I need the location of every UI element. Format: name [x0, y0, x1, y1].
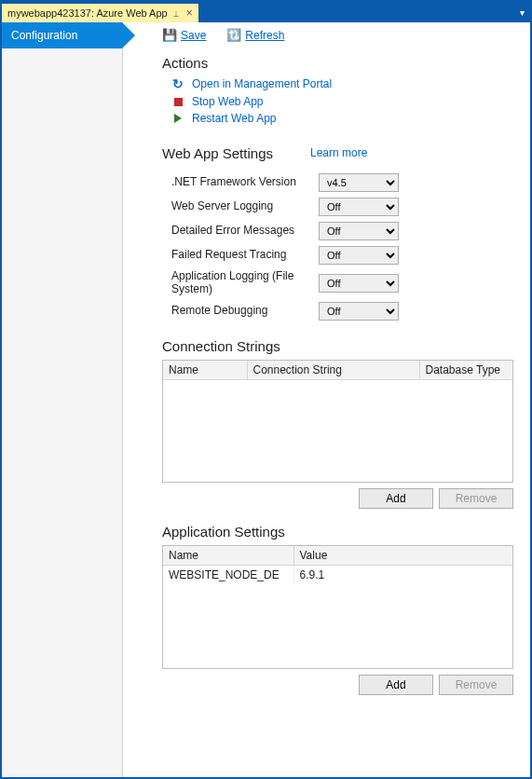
learn-more-link[interactable]: Learn more — [310, 146, 367, 159]
action-open-portal-label: Open in Management Portal — [192, 77, 332, 90]
settings-label: Failed Request Tracing — [171, 249, 319, 262]
settings-dropdown[interactable]: Off — [319, 274, 399, 293]
col-header-dbtype[interactable]: Database Type — [419, 361, 512, 380]
main-content: 💾 Save 🔃 Refresh Actions ↻ Open in Manag… — [123, 22, 530, 777]
settings-label: Detailed Error Messages — [171, 225, 319, 238]
settings-row: Application Logging (File System)Off — [171, 267, 513, 299]
settings-label: Application Logging (File System) — [171, 270, 319, 296]
web-app-settings-heading: Web App Settings — [162, 145, 273, 161]
toolbar: 💾 Save 🔃 Refresh — [162, 28, 513, 42]
settings-dropdown[interactable]: Off — [319, 222, 399, 240]
sidebar-item-configuration[interactable]: Configuration — [2, 22, 122, 48]
col-header-appname[interactable]: Name — [163, 546, 293, 566]
connstrings-remove-button: Remove — [439, 488, 513, 509]
connection-strings-table: Name Connection String Database Type — [163, 361, 512, 483]
stop-icon — [171, 98, 184, 106]
col-header-appvalue[interactable]: Value — [293, 546, 512, 566]
settings-dropdown[interactable]: Off — [319, 302, 399, 321]
settings-row: Remote DebuggingOff — [171, 299, 513, 323]
col-header-name[interactable]: Name — [163, 361, 247, 380]
refresh-icon: 🔃 — [226, 28, 241, 42]
application-settings-table-wrap: Name Value WEBSITE_NODE_DE6.9.1 — [162, 545, 513, 669]
settings-row: Web Server LoggingOff — [171, 195, 513, 219]
settings-label: Remote Debugging — [171, 305, 319, 318]
connection-strings-table-wrap: Name Connection String Database Type — [162, 360, 513, 484]
save-icon: 💾 — [162, 28, 177, 42]
pin-icon[interactable]: ⟂ — [173, 8, 179, 19]
empty-area — [163, 584, 512, 668]
action-restart-label: Restart Web App — [192, 112, 277, 125]
close-icon[interactable]: × — [186, 7, 193, 20]
actions-heading: Actions — [162, 55, 513, 71]
play-icon — [171, 114, 184, 123]
document-tab[interactable]: mywebapp423137: Azure Web App ⟂ × — [2, 4, 198, 22]
application-settings-table: Name Value WEBSITE_NODE_DE6.9.1 — [163, 546, 512, 668]
appsettings-add-button[interactable]: Add — [359, 675, 433, 695]
action-open-portal[interactable]: ↻ Open in Management Portal — [171, 75, 513, 93]
refresh-label: Refresh — [245, 29, 284, 42]
tab-title: mywebapp423137: Azure Web App — [7, 7, 168, 19]
settings-row: Detailed Error MessagesOff — [171, 219, 513, 243]
settings-label: Web Server Logging — [171, 200, 319, 213]
appsettings-remove-button: Remove — [439, 675, 513, 695]
connstrings-add-button[interactable]: Add — [359, 488, 433, 509]
settings-row: .NET Framework Versionv4.5 — [171, 171, 513, 195]
cell-value: 6.9.1 — [293, 566, 512, 585]
action-stop-web-app[interactable]: Stop Web App — [171, 93, 513, 110]
save-button[interactable]: 💾 Save — [162, 28, 206, 42]
open-portal-icon: ↻ — [171, 76, 184, 91]
application-settings-heading: Application Settings — [162, 524, 513, 540]
save-label: Save — [181, 29, 206, 42]
settings-row: Failed Request TracingOff — [171, 243, 513, 267]
sidebar: Configuration — [2, 22, 123, 777]
actions-list: ↻ Open in Management Portal Stop Web App… — [171, 75, 513, 127]
settings-grid: .NET Framework Versionv4.5Web Server Log… — [171, 171, 513, 323]
azure-web-app-panel: mywebapp423137: Azure Web App ⟂ × ▾ Conf… — [0, 0, 532, 779]
settings-dropdown[interactable]: Off — [319, 198, 399, 216]
settings-label: .NET Framework Version — [171, 176, 319, 189]
action-restart-web-app[interactable]: Restart Web App — [171, 110, 513, 127]
settings-dropdown[interactable]: Off — [319, 246, 399, 265]
refresh-button[interactable]: 🔃 Refresh — [226, 28, 284, 42]
empty-area — [163, 379, 512, 482]
settings-dropdown[interactable]: v4.5 — [319, 173, 399, 192]
table-row[interactable]: WEBSITE_NODE_DE6.9.1 — [163, 566, 512, 585]
tab-overflow-dropdown-icon[interactable]: ▾ — [514, 7, 530, 18]
tab-strip: mywebapp423137: Azure Web App ⟂ × ▾ — [2, 2, 530, 22]
sidebar-item-label: Configuration — [11, 29, 77, 42]
col-header-conn[interactable]: Connection String — [247, 361, 419, 380]
action-stop-label: Stop Web App — [192, 95, 264, 108]
cell-name: WEBSITE_NODE_DE — [163, 566, 293, 585]
connection-strings-heading: Connection Strings — [162, 338, 513, 354]
